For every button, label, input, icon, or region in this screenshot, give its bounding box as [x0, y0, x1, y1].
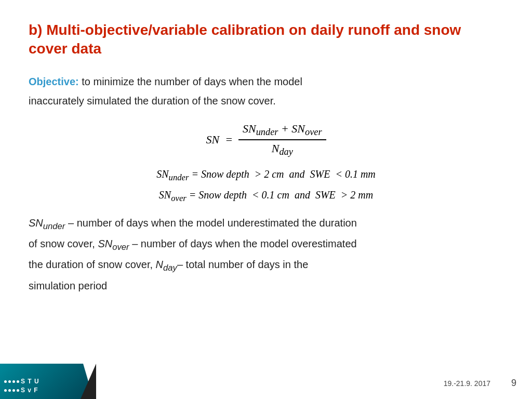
desc-line-1: SNunder – number of days when the model … — [29, 214, 503, 234]
formula-lhs: SN = — [206, 133, 238, 146]
stu-logo: S T U S v F — [4, 378, 39, 394]
equation-sn-over: SNover = Snow depth < 0.1 cm and SWE > 2… — [29, 189, 503, 204]
footer-page: 9 — [511, 378, 516, 389]
objective-text: to minimize the number of days when the … — [82, 76, 302, 87]
description-block: SNunder – number of days when the model … — [29, 214, 503, 295]
objective-label: Objective: — [29, 76, 79, 87]
stu-line1: S T U — [21, 378, 39, 385]
continuation-line: inaccurately simulated the duration of t… — [29, 92, 503, 109]
dot — [17, 380, 19, 383]
dots-row-2: S v F — [4, 387, 39, 394]
dot — [8, 389, 11, 392]
desc-line-3: the duration of snow cover, Nday– total … — [29, 256, 503, 275]
dot — [12, 380, 15, 383]
desc-line-2: of snow cover, SNover – number of days w… — [29, 235, 503, 255]
slide-title: b) Multi-objective/variable calibration … — [29, 21, 503, 59]
dark-triangle — [81, 364, 96, 399]
stu-line2: S v F — [21, 387, 38, 394]
numerator: SNunder + SNover — [238, 122, 326, 140]
dot — [8, 380, 11, 383]
formula-sn-fraction: SN = SNunder + SNover Nday — [29, 122, 503, 158]
equation-sn-under: SNunder = Snow depth > 2 cm and SWE < 0.… — [29, 168, 503, 183]
dots-row-1: S T U — [4, 378, 39, 385]
fraction: SNunder + SNover Nday — [238, 122, 326, 158]
dot — [4, 389, 7, 392]
objective-line: Objective: to minimize the number of day… — [29, 73, 503, 90]
slide-container: b) Multi-objective/variable calibration … — [0, 0, 532, 399]
dot — [4, 380, 7, 383]
desc-line-4: simulation period — [29, 277, 503, 295]
footer-right: 19.-21.9. 2017 9 — [444, 378, 516, 389]
denominator: Nday — [268, 140, 297, 157]
footer-date: 19.-21.9. 2017 — [444, 379, 490, 388]
dot — [12, 389, 15, 392]
dot — [17, 389, 19, 392]
bottom-bar: S T U S v F 19.-21.9. 2017 9 — [0, 364, 532, 399]
